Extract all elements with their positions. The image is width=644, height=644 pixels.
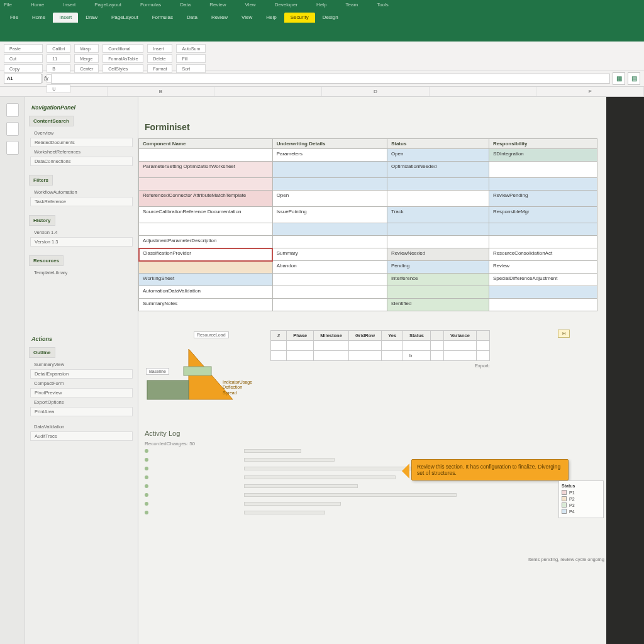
table-cell[interactable]: ParameterSetting OptimizationWorksheet — [139, 162, 273, 178]
table-header[interactable]: Phase — [287, 331, 314, 341]
fx-icon[interactable]: fx — [44, 75, 48, 82]
ribbon-button[interactable]: Format — [147, 64, 172, 73]
table-cell[interactable]: ReferencedConnector AttributeMatchTempla… — [139, 191, 273, 207]
table-header[interactable]: Component Name — [139, 139, 273, 149]
table-cell[interactable] — [139, 149, 273, 162]
table-cell[interactable] — [272, 162, 387, 178]
table-row[interactable]: ReferencedConnector AttributeMatchTempla… — [139, 191, 597, 207]
table-cell[interactable] — [387, 178, 489, 191]
table-row[interactable]: ParameterSetting OptimizationWorksheetOp… — [139, 162, 597, 178]
ribbon-button[interactable]: Delete — [147, 54, 172, 63]
table-cell[interactable] — [272, 299, 387, 311]
table-cell[interactable]: AutomationDataValidation — [139, 286, 273, 299]
table-cell[interactable] — [430, 351, 443, 361]
table-cell[interactable]: SummaryNotes — [139, 299, 273, 311]
table-cell[interactable] — [272, 274, 387, 286]
ribbon-button[interactable]: Copy — [4, 64, 43, 73]
ribbon-button[interactable]: Paste — [4, 44, 43, 53]
table-cell[interactable] — [271, 341, 287, 351]
ribbon-tab[interactable]: Draw — [79, 13, 104, 23]
table-cell[interactable] — [382, 341, 403, 351]
table-cell[interactable]: Open — [387, 149, 489, 162]
table-cell[interactable] — [314, 351, 349, 361]
table-cell[interactable] — [387, 191, 489, 207]
milestone-table[interactable]: #PhaseMilestoneGridRowYesStatusVariance … — [270, 330, 490, 361]
table-cell[interactable] — [272, 223, 387, 236]
titlebar-item[interactable]: View — [245, 2, 255, 8]
gutter-icon[interactable] — [6, 141, 19, 155]
table-cell[interactable] — [387, 223, 489, 236]
ribbon-button[interactable]: Insert — [147, 44, 172, 53]
table-cell[interactable]: IssuePointing — [272, 207, 387, 223]
ribbon-tab[interactable]: PageLayout — [105, 13, 145, 23]
sidebar-section-head[interactable]: ContentSearch — [29, 116, 74, 126]
titlebar-item[interactable]: Formulas — [140, 2, 161, 8]
titlebar-item[interactable]: Tools — [377, 2, 389, 8]
sidebar-section-head[interactable]: History — [29, 215, 55, 226]
sidebar-section-head[interactable]: Outline — [29, 347, 55, 358]
table-cell[interactable] — [272, 178, 387, 191]
sidebar-section-head[interactable]: Filters — [29, 175, 53, 186]
table-cell[interactable] — [348, 341, 381, 351]
table-header[interactable]: # — [271, 331, 287, 341]
ribbon-button[interactable]: FormatAsTable — [103, 54, 143, 63]
name-box[interactable] — [4, 74, 42, 84]
table-cell[interactable] — [139, 178, 273, 191]
sidebar-item[interactable]: Version 1.4 — [28, 228, 135, 236]
table-cell[interactable] — [287, 351, 314, 361]
sidebar-item[interactable]: AuditTrace — [30, 431, 133, 441]
table-cell[interactable]: Identified — [387, 299, 489, 311]
sidebar-item[interactable]: CompactForm — [28, 379, 135, 387]
toolbar-glyph-1[interactable]: ▦ — [613, 72, 625, 85]
table-cell[interactable] — [443, 351, 476, 361]
table-cell[interactable]: ResourceConsolidationAct — [489, 248, 597, 261]
sidebar-item[interactable]: DataConnections — [30, 157, 133, 166]
column-header[interactable] — [0, 87, 108, 96]
table-header[interactable]: Responsibility — [489, 139, 597, 149]
ribbon-tab[interactable]: Insert — [53, 13, 78, 23]
sidebar-item[interactable]: TaskReference — [30, 197, 133, 206]
table-cell[interactable] — [287, 341, 314, 351]
table-cell[interactable]: ReviewNeeded — [387, 248, 489, 261]
titlebar-item[interactable]: Review — [209, 2, 226, 8]
table-cell[interactable]: Track — [387, 207, 489, 223]
ribbon-button[interactable]: Wrap — [74, 44, 99, 53]
table-cell[interactable] — [489, 286, 597, 299]
table-header[interactable]: Variance — [443, 331, 476, 341]
table-cell[interactable] — [382, 351, 403, 361]
table-cell[interactable]: ResponsibleMgr — [489, 207, 597, 223]
table-cell[interactable] — [476, 341, 489, 351]
table-row[interactable] — [271, 341, 490, 351]
table-header[interactable] — [476, 331, 489, 341]
sidebar-item[interactable]: Version 1.3 — [30, 237, 133, 247]
table-cell[interactable]: ReviewPending — [489, 191, 597, 207]
ribbon-button[interactable]: Cut — [4, 54, 43, 63]
table-row[interactable]: WorkingSheetInterferenceSpecialDifferenc… — [139, 274, 597, 286]
table-header[interactable]: Underwriting Details — [272, 139, 387, 149]
gutter-icon[interactable] — [6, 122, 19, 136]
titlebar-item[interactable]: Team — [346, 2, 358, 8]
table-row[interactable]: AutomationDataValidation — [139, 286, 597, 299]
sidebar-item[interactable]: DataValidation — [28, 423, 135, 431]
table-cell[interactable] — [387, 236, 489, 248]
table-row[interactable] — [139, 178, 597, 191]
titlebar-item[interactable]: Help — [316, 2, 326, 8]
ribbon-tab[interactable]: File — [4, 13, 25, 23]
table-header[interactable]: GridRow — [348, 331, 381, 341]
table-header[interactable] — [430, 331, 443, 341]
table-header[interactable]: Milestone — [314, 331, 349, 341]
table-cell[interactable]: Summary — [272, 248, 387, 261]
table-header[interactable]: Yes — [382, 331, 403, 341]
table-cell[interactable]: Parameters — [272, 149, 387, 162]
table-row[interactable]: ClassificationProviderSummaryReviewNeede… — [139, 248, 597, 261]
titlebar-item[interactable]: Home — [31, 2, 44, 8]
table-cell[interactable]: AdjustmentParameterDescription — [139, 236, 273, 248]
table-row[interactable]: b — [271, 351, 490, 361]
ribbon-button[interactable]: Fill — [176, 54, 206, 63]
sidebar-item[interactable]: DetailExpansion — [30, 369, 133, 379]
ribbon-tab[interactable]: Home — [26, 13, 52, 23]
table-cell[interactable] — [139, 261, 273, 274]
sidebar-item[interactable]: WorkflowAutomation — [28, 188, 135, 196]
ribbon-button[interactable]: Merge — [74, 54, 99, 63]
titlebar-item[interactable]: File — [4, 2, 12, 8]
